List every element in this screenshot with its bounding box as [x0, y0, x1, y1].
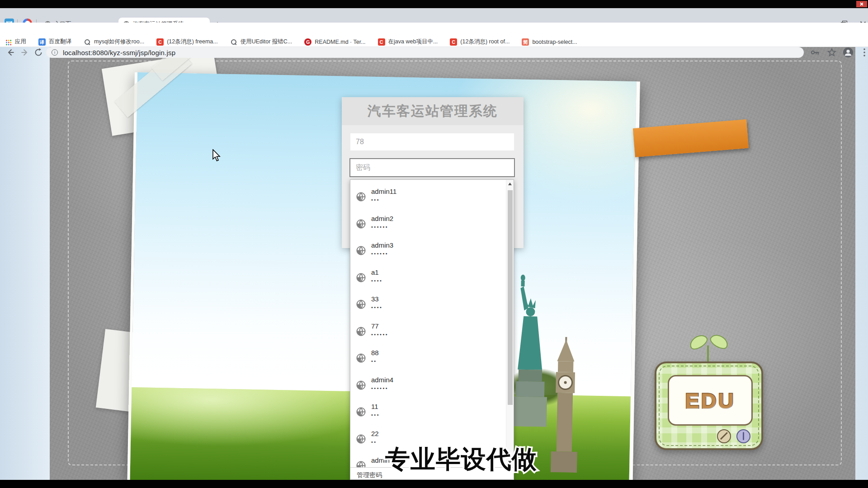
- autofill-list: admin11 ••• admin2 •••••• admin3 ••••••: [350, 180, 514, 467]
- username-input[interactable]: [350, 133, 514, 150]
- autofill-password-dots: ••••••: [371, 385, 514, 391]
- password-input[interactable]: [349, 158, 515, 177]
- browser-toolbar: i localhost:8080/kyz-ssmj/jsp/login.jsp: [0, 23, 868, 37]
- autofill-username: admin3: [371, 241, 514, 249]
- autofill-item[interactable]: 88 ••: [350, 346, 514, 373]
- autofill-password-dots: •••: [371, 197, 514, 202]
- autofill-password-dots: ••••••: [371, 224, 514, 230]
- address-bar[interactable]: i localhost:8080/kyz-ssmj/jsp/login.jsp: [46, 47, 804, 58]
- autofill-dropdown: admin11 ••• admin2 •••••• admin3 ••••••: [350, 179, 514, 480]
- edu-badge: EDU: [655, 335, 765, 454]
- letterbox-bottom: [0, 480, 868, 488]
- globe-icon: [356, 380, 366, 390]
- password-key-icon[interactable]: [810, 47, 821, 58]
- autofill-item[interactable]: admin2 ••••••: [350, 211, 514, 239]
- bookmark-favicon: C: [156, 38, 164, 46]
- tv-screen: EDU: [668, 375, 753, 426]
- autofill-item[interactable]: 77 ••••••: [350, 319, 514, 346]
- bookmark-label: (12条消息) freema...: [167, 38, 218, 46]
- url-text[interactable]: localhost:8080/kyz-ssmj/jsp/login.jsp: [63, 49, 175, 56]
- page-info-icon[interactable]: i: [52, 49, 58, 56]
- bookmark-favicon: [230, 38, 237, 46]
- autofill-item[interactable]: admin11 •••: [350, 184, 514, 211]
- forward-button[interactable]: [21, 48, 29, 56]
- bookmark-favicon: C: [378, 38, 385, 46]
- globe-icon: [356, 407, 366, 417]
- bookmark-item[interactable]: 应用: [5, 38, 26, 46]
- screen: EDU 汽车客运站管理系统: [0, 0, 868, 488]
- bookmark-favicon: G: [304, 38, 311, 46]
- page-title: 汽车客运站管理系统: [342, 97, 524, 125]
- bookmark-star-icon[interactable]: [826, 47, 837, 58]
- autofill-username: admin4: [371, 376, 514, 384]
- tv-knob-left: [717, 429, 731, 443]
- bookmark-favicon: [5, 38, 12, 46]
- bookmark-item[interactable]: 译 百度翻译: [38, 38, 71, 46]
- browser-menu-icon[interactable]: [860, 47, 868, 58]
- bookmark-label: README.md · Ter...: [315, 39, 365, 45]
- bookmark-item[interactable]: C (12条消息) root of...: [450, 38, 509, 46]
- bookmark-favicon: 简: [522, 38, 529, 46]
- tab-strip: 入口页 × 汽车客运站管理系统 × +: [0, 8, 868, 23]
- bookmark-label: 应用: [15, 38, 26, 46]
- autofill-password-dots: ••••: [371, 305, 514, 310]
- autofill-username: 77: [371, 322, 514, 330]
- back-button[interactable]: [6, 48, 14, 56]
- profile-avatar[interactable]: [843, 47, 854, 58]
- bookmark-item[interactable]: C 在java web项目中...: [378, 38, 438, 46]
- autofill-password-dots: ••••••: [371, 332, 514, 337]
- autofill-password-dots: ••••: [371, 278, 514, 283]
- bookmark-label: (12条消息) root of...: [460, 38, 509, 46]
- bookmark-item[interactable]: mysql如何修改roo...: [84, 38, 144, 46]
- autofill-item[interactable]: admin4 ••••••: [350, 373, 514, 400]
- letterbox-top: [0, 0, 868, 8]
- globe-icon: [356, 326, 366, 337]
- edu-badge-text: EDU: [685, 388, 735, 413]
- autofill-username: 11: [371, 403, 514, 410]
- autofill-item[interactable]: admin3 ••••••: [350, 238, 514, 265]
- bookmark-item[interactable]: 简 bootstrap-select...: [522, 38, 577, 46]
- bookmark-item[interactable]: G README.md · Ter...: [304, 38, 365, 46]
- scrollbar-thumb[interactable]: [508, 190, 513, 405]
- autofill-username: a1: [371, 268, 514, 276]
- autofill-password-dots: ••••••: [371, 251, 514, 256]
- scrollbar-up-arrow[interactable]: [508, 183, 512, 185]
- autofill-username: 22: [371, 430, 514, 437]
- bookmark-label: 使用UEditor 报错C...: [241, 38, 292, 46]
- watermark-text: 专业毕设代做: [362, 443, 561, 476]
- globe-icon: [356, 192, 366, 202]
- mouse-cursor: [212, 149, 222, 163]
- sprout-stem: [707, 345, 709, 363]
- globe-icon: [356, 272, 366, 283]
- autofill-username: admin2: [371, 215, 514, 222]
- bookmark-item[interactable]: 使用UEditor 报错C...: [230, 38, 292, 46]
- bookmark-label: 百度翻译: [49, 38, 71, 46]
- autofill-username: admin11: [371, 188, 514, 195]
- bookmark-favicon: [84, 38, 91, 46]
- globe-icon: [356, 299, 366, 310]
- bookmark-label: 在java web项目中...: [388, 38, 438, 46]
- sprout-leaf-left: [687, 332, 709, 352]
- dropdown-scrollbar[interactable]: [506, 180, 514, 467]
- autofill-username: 33: [371, 295, 514, 303]
- autofill-item[interactable]: a1 ••••: [350, 265, 514, 292]
- autofill-item[interactable]: 33 ••••: [350, 292, 514, 319]
- globe-icon: [356, 353, 366, 363]
- bookmark-item[interactable]: C (12条消息) freema...: [156, 38, 218, 46]
- refresh-button[interactable]: [34, 48, 42, 56]
- bookmark-favicon: C: [450, 38, 457, 46]
- recorder-close-button[interactable]: [856, 1, 867, 7]
- tv-frame: EDU: [655, 361, 763, 450]
- bookmark-favicon: 译: [38, 38, 46, 46]
- autofill-password-dots: ••: [371, 358, 514, 364]
- globe-icon: [356, 245, 366, 256]
- bookmark-label: mysql如何修改roo...: [94, 38, 144, 46]
- bookmarks-bar: 应用 译 百度翻译 mysql如何修改roo... C (12条消息) free…: [0, 37, 868, 47]
- globe-icon: [356, 219, 366, 229]
- tv-knob-right: [736, 429, 750, 443]
- bookmark-label: bootstrap-select...: [532, 39, 577, 45]
- autofill-item[interactable]: 11 •••: [350, 399, 514, 427]
- login-panel-header: 汽车客运站管理系统: [342, 97, 524, 125]
- autofill-password-dots: •••: [371, 412, 514, 418]
- autofill-username: 88: [371, 349, 514, 357]
